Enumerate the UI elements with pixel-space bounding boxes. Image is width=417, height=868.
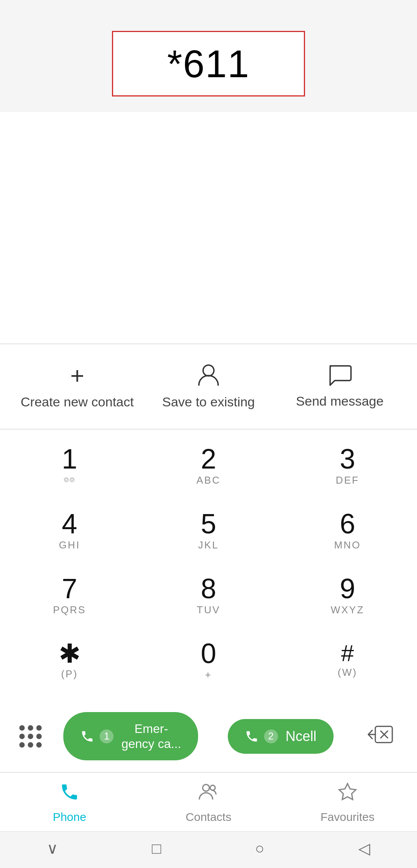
dialpad-key-5[interactable]: 5 JKL [139, 502, 278, 559]
phone-dialer-screen: *611 + Create new contact Save to existi… [0, 0, 417, 868]
svg-point-2 [203, 785, 209, 791]
create-new-contact-button[interactable]: + Create new contact [12, 364, 143, 409]
message-bubble-icon [328, 364, 352, 387]
backspace-icon [367, 723, 394, 750]
dialer-input-box[interactable]: *611 [112, 31, 305, 96]
nav-contacts[interactable]: Contacts [139, 782, 278, 824]
dialpad-key-0[interactable]: 0 + [139, 632, 278, 689]
ncell-call-button[interactable]: 2 Ncell [228, 719, 334, 754]
call-icon [80, 729, 94, 743]
ncell-call-label: Ncell [286, 728, 317, 744]
ncell-call-icon [245, 729, 259, 743]
bottom-action-row: 1 Emer-gency ca... 2 Ncell [0, 700, 417, 772]
dialpad-key-8[interactable]: 8 TUV [139, 567, 278, 624]
system-home-button[interactable]: ○ [255, 840, 264, 857]
favourites-nav-icon [337, 782, 358, 807]
emergency-call-button[interactable]: 1 Emer-gency ca... [63, 712, 198, 760]
send-message-label: Send message [296, 394, 384, 409]
dialer-input-area: *611 [0, 0, 417, 112]
ncell-sim-number: 2 [264, 729, 278, 743]
system-nav-bar: ∨ □ ○ ◁ [0, 831, 417, 868]
dialpad-key-3[interactable]: 3 DEF [278, 437, 417, 494]
dialpad-row-3: 7 PQRS 8 TUV 9 WXYZ [0, 563, 417, 628]
dialpad-key-hash[interactable]: # (W) [278, 632, 417, 689]
dialpad-row-2: 4 GHI 5 JKL 6 MNO [0, 498, 417, 563]
contacts-nav-label: Contacts [186, 810, 231, 824]
create-contact-label: Create new contact [21, 394, 134, 409]
system-recent-button[interactable]: □ [152, 840, 161, 857]
action-row: + Create new contact Save to existing Se… [0, 344, 417, 430]
favourites-nav-label: Favourites [320, 810, 375, 824]
save-to-existing-button[interactable]: Save to existing [143, 364, 274, 409]
dialpad-row-4: ✱ (P) 0 + # (W) [0, 628, 417, 693]
dialpad: 1 ⌾⌾ 2 ABC 3 DEF 4 GHI 5 JKL 6 [0, 430, 417, 700]
plus-icon: + [70, 364, 84, 387]
contacts-nav-icon [198, 782, 219, 807]
dialpad-key-4[interactable]: 4 GHI [0, 502, 139, 559]
dialer-number-display: *611 [167, 42, 250, 86]
save-existing-label: Save to existing [162, 394, 255, 409]
empty-space [0, 112, 417, 343]
nav-favourites[interactable]: Favourites [278, 782, 417, 824]
dialpad-key-1[interactable]: 1 ⌾⌾ [0, 437, 139, 494]
dialpad-row-1: 1 ⌾⌾ 2 ABC 3 DEF [0, 433, 417, 498]
dialpad-key-2[interactable]: 2 ABC [139, 437, 278, 494]
emergency-call-label: Emer-gency ca... [121, 721, 181, 751]
dialpad-key-9[interactable]: 9 WXYZ [278, 567, 417, 624]
svg-marker-4 [339, 783, 356, 799]
person-icon [197, 364, 220, 387]
dialpad-key-6[interactable]: 6 MNO [278, 502, 417, 559]
phone-nav-icon [59, 782, 80, 807]
svg-point-3 [210, 785, 215, 790]
phone-nav-label: Phone [53, 810, 86, 824]
nav-phone[interactable]: Phone [0, 782, 139, 824]
dialpad-key-7[interactable]: 7 PQRS [0, 567, 139, 624]
system-back-button[interactable]: ◁ [358, 839, 370, 857]
dialpad-toggle-button[interactable] [19, 725, 42, 748]
svg-point-0 [203, 365, 214, 376]
send-message-button[interactable]: Send message [274, 364, 405, 409]
backspace-button[interactable] [363, 719, 398, 753]
emergency-sim-number: 1 [100, 729, 114, 743]
dialpad-key-star[interactable]: ✱ (P) [0, 632, 139, 689]
system-down-button[interactable]: ∨ [47, 839, 58, 857]
bottom-navigation: Phone Contacts Favourites [0, 772, 417, 831]
